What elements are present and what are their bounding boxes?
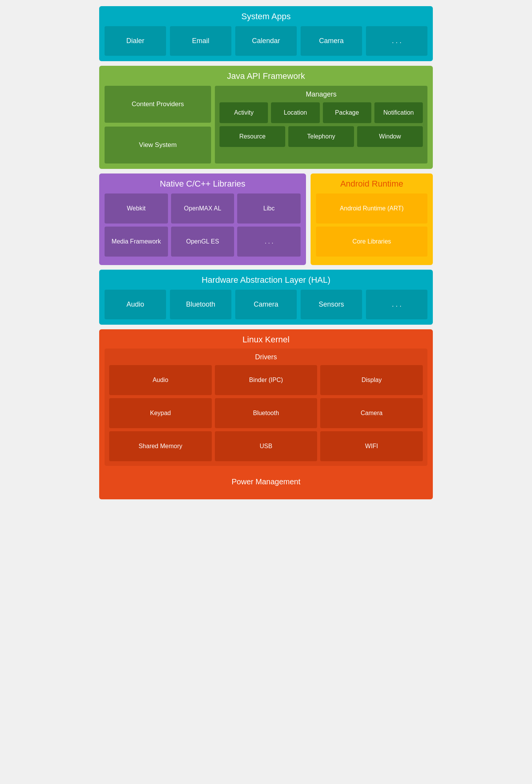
hal-row: Audio Bluetooth Camera Sensors . . . [105,290,427,319]
manager-window: Window [357,126,423,147]
driver-binder: Binder (IPC) [215,365,318,395]
driver-display: Display [320,365,423,395]
libs-row-2: Media Framework OpenGL ES . . . [105,227,301,257]
android-runtime-layer: Android Runtime Android Runtime (ART) Co… [311,173,433,265]
app-dialer: Dialer [105,26,166,56]
manager-activity: Activity [219,102,268,123]
drivers-row-1: Audio Binder (IPC) Display [109,365,423,395]
driver-shared-memory: Shared Memory [109,431,212,461]
manager-location: Location [271,102,319,123]
lib-more: . . . [237,227,301,257]
drivers-row-3: Shared Memory USB WIFI [109,431,423,461]
java-api-title: Java API Framework [105,71,427,81]
app-email: Email [170,26,231,56]
manager-notification: Notification [374,102,423,123]
system-apps-layer: System Apps Dialer Email Calendar Camera… [99,6,433,61]
driver-usb: USB [215,431,318,461]
hal-title: Hardware Abstraction Layer (HAL) [105,275,427,285]
drivers-row-2: Keypad Bluetooth Camera [109,398,423,428]
driver-wifi: WIFI [320,431,423,461]
managers-grid: Activity Location Package Notification R… [219,102,423,147]
hal-layer: Hardware Abstraction Layer (HAL) Audio B… [99,270,433,325]
lib-webkit: Webkit [105,193,168,224]
managers-row-2: Resource Telephony Window [219,126,423,147]
lib-media: Media Framework [105,227,168,257]
app-more: . . . [366,26,427,56]
power-management-box: Power Management [105,470,427,494]
java-api-content: Content Providers View System Managers A… [105,86,427,163]
hal-more: . . . [366,290,427,319]
system-apps-row: Dialer Email Calendar Camera . . . [105,26,427,56]
driver-audio: Audio [109,365,212,395]
linux-kernel-title: Linux Kernel [105,335,427,345]
hal-camera: Camera [235,290,297,319]
native-libs-title: Native C/C++ Libraries [105,179,301,189]
middle-row: Native C/C++ Libraries Webkit OpenMAX AL… [99,173,433,265]
lib-opengl: OpenGL ES [171,227,234,257]
managers-col: Managers Activity Location Package Notif… [215,86,427,163]
drivers-title: Drivers [109,353,423,361]
lib-openmax: OpenMAX AL [171,193,234,224]
manager-resource: Resource [219,126,285,147]
hal-bluetooth: Bluetooth [170,290,231,319]
managers-title: Managers [219,90,423,98]
view-system-box: View System [105,127,211,163]
driver-bluetooth: Bluetooth [215,398,318,428]
android-runtime-title: Android Runtime [316,179,427,189]
driver-camera: Camera [320,398,423,428]
drivers-section: Drivers Audio Binder (IPC) Display Keypa… [105,349,427,466]
app-calendar: Calendar [235,26,297,56]
hal-audio: Audio [105,290,166,319]
content-providers-box: Content Providers [105,86,211,123]
art-box: Android Runtime (ART) [316,193,427,224]
hal-sensors: Sensors [301,290,362,319]
manager-telephony: Telephony [288,126,354,147]
native-libs-layer: Native C/C++ Libraries Webkit OpenMAX AL… [99,173,306,265]
linux-kernel-layer: Linux Kernel Drivers Audio Binder (IPC) … [99,329,433,499]
drivers-grid: Audio Binder (IPC) Display Keypad Blueto… [109,365,423,461]
libs-grid: Webkit OpenMAX AL Libc Media Framework O… [105,193,301,257]
driver-keypad: Keypad [109,398,212,428]
java-api-left: Content Providers View System [105,86,211,163]
app-camera: Camera [301,26,362,56]
libs-row-1: Webkit OpenMAX AL Libc [105,193,301,224]
java-api-layer: Java API Framework Content Providers Vie… [99,66,433,169]
system-apps-title: System Apps [105,12,427,22]
lib-libc: Libc [237,193,301,224]
manager-package: Package [323,102,371,123]
core-libs-box: Core Libraries [316,227,427,257]
managers-row-1: Activity Location Package Notification [219,102,423,123]
